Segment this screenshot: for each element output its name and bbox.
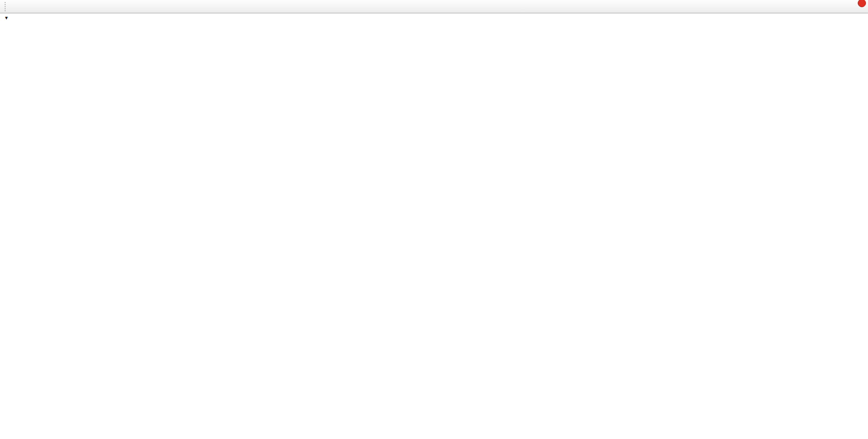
toolbar-grip [5,2,8,11]
chart-canvas [0,0,868,439]
mt4-window: ▼ [0,0,868,439]
chat-button[interactable] [846,1,863,13]
one-click-trading-toggle-icon[interactable]: ▼ [4,15,9,21]
main-toolbar [0,0,868,13]
notification-badge [858,0,866,7]
search-button[interactable] [827,1,843,13]
